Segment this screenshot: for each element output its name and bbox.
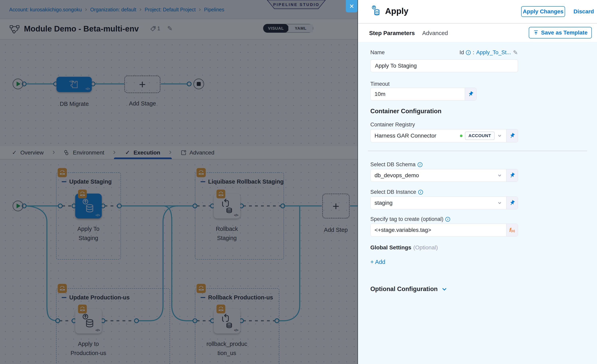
discard-button[interactable]: Discard [573, 8, 594, 15]
step-id-link[interactable]: Apply_To_St... [476, 49, 511, 56]
db-schema-select[interactable]: db_devops_demo [370, 169, 518, 182]
chevron-down-icon [441, 286, 447, 292]
add-global-setting-button[interactable]: + Add [370, 259, 385, 265]
apply-changes-button[interactable]: Apply Changes [521, 6, 565, 17]
tab-step-parameters[interactable]: Step Parameters [369, 30, 415, 37]
pin-icon [468, 91, 474, 97]
db-schema-label: Select DB Schema i [370, 161, 422, 168]
panel-title: Apply [385, 6, 408, 16]
panel-tabs: Step Parameters Advanced Save as Templat… [358, 24, 597, 42]
container-configuration-heading: Container Configuration [370, 108, 441, 115]
chevron-down-icon[interactable] [497, 200, 502, 205]
info-icon[interactable]: i [418, 190, 423, 195]
save-as-template-button[interactable]: Save as Template [529, 27, 592, 38]
panel-header: Apply Apply Changes Discard [358, 0, 597, 23]
container-registry-field[interactable]: Harness GAR Connector ACCOUNT [370, 129, 518, 142]
db-instance-label: Select DB Instance i [370, 189, 423, 195]
pin-runtime-input-button[interactable] [465, 88, 476, 100]
tag-to-create-value: <+stage.variables.tag> [375, 227, 502, 233]
tab-advanced[interactable]: Advanced [422, 30, 448, 37]
timeout-field[interactable]: 10m [370, 88, 477, 100]
name-label: Name [370, 49, 385, 56]
pin-runtime-input-button[interactable] [506, 197, 518, 209]
pin-runtime-input-button[interactable] [506, 169, 518, 182]
modal-dim-overlay [0, 0, 358, 364]
pin-icon [509, 172, 515, 178]
db-schema-value: db_devops_demo [375, 172, 495, 179]
db-apply-icon [371, 5, 382, 17]
optional-configuration-toggle[interactable]: Optional Configuration [370, 285, 447, 293]
pipeline-studio-app: Account: kurosakiichigo.songoku › Organi… [0, 0, 597, 364]
info-icon[interactable]: i [445, 217, 450, 222]
db-instance-select[interactable]: staging [370, 197, 518, 209]
scope-badge: ACCOUNT [465, 132, 495, 140]
close-panel-button[interactable]: ✕ [346, 0, 358, 12]
chevron-down-icon[interactable] [497, 133, 502, 138]
edit-id-icon[interactable]: ✎ [513, 49, 518, 56]
info-icon[interactable]: i [418, 162, 422, 167]
expression-input-button[interactable]: f(x) [506, 224, 518, 236]
timeout-label: Timeout [370, 81, 390, 87]
section-divider [368, 151, 587, 151]
connectivity-status-dot [460, 135, 463, 137]
chevron-down-icon[interactable] [497, 173, 502, 178]
container-registry-value: Harness GAR Connector [375, 133, 457, 139]
upload-template-icon [533, 30, 539, 36]
panel-content: Name Id i : Apply_To_St... ✎ Timeout 10m [358, 42, 597, 364]
tag-to-create-label: Specify tag to create (optional) i [370, 216, 450, 222]
name-input[interactable] [370, 59, 518, 72]
pin-icon [509, 133, 515, 139]
tag-to-create-field[interactable]: <+stage.variables.tag> f(x) [370, 224, 518, 236]
pin-icon [509, 200, 515, 206]
id-colon: : [473, 49, 474, 56]
global-settings-label: Global Settings (Optional) [370, 244, 438, 251]
container-registry-label: Container Registry [370, 121, 415, 128]
db-instance-value: staging [375, 200, 495, 206]
id-label: Id [460, 49, 464, 56]
fx-icon: f(x) [509, 227, 515, 233]
info-icon[interactable]: i [466, 50, 471, 55]
close-icon: ✕ [349, 3, 354, 10]
pipeline-studio-background: Account: kurosakiichigo.songoku › Organi… [0, 0, 358, 364]
step-config-panel: Apply Apply Changes Discard Step Paramet… [358, 0, 597, 364]
timeout-value: 10m [375, 91, 461, 97]
pin-runtime-input-button[interactable] [506, 129, 518, 142]
